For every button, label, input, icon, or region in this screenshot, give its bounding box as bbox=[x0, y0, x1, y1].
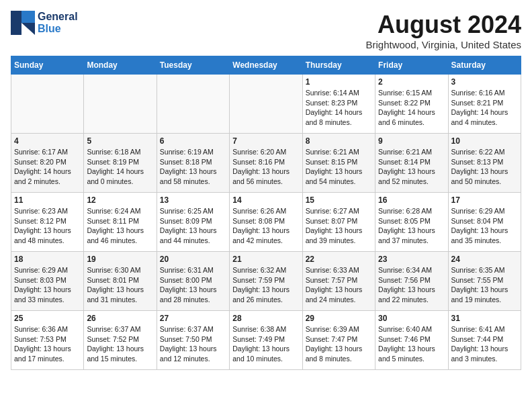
day-number: 3 bbox=[451, 77, 518, 87]
day-content: Sunrise: 6:40 AM Sunset: 7:46 PM Dayligh… bbox=[378, 324, 445, 364]
day-number: 18 bbox=[14, 255, 81, 264]
day-content: Sunrise: 6:26 AM Sunset: 8:08 PM Dayligh… bbox=[232, 206, 299, 246]
logo-icon bbox=[11, 11, 35, 35]
day-number: 22 bbox=[306, 255, 372, 264]
day-number: 28 bbox=[232, 314, 299, 323]
table-row: 6Sunrise: 6:19 AM Sunset: 8:18 PM Daylig… bbox=[157, 134, 229, 193]
day-content: Sunrise: 6:34 AM Sunset: 7:56 PM Dayligh… bbox=[378, 265, 445, 305]
header-sunday: Sunday bbox=[11, 56, 84, 75]
table-row: 3Sunrise: 6:16 AM Sunset: 8:21 PM Daylig… bbox=[448, 75, 521, 134]
page-title: August 2024 bbox=[365, 11, 521, 39]
table-row: 24Sunrise: 6:35 AM Sunset: 7:55 PM Dayli… bbox=[448, 252, 521, 311]
table-row: 27Sunrise: 6:37 AM Sunset: 7:50 PM Dayli… bbox=[157, 311, 229, 370]
day-content: Sunrise: 6:29 AM Sunset: 8:04 PM Dayligh… bbox=[451, 206, 518, 246]
day-content: Sunrise: 6:35 AM Sunset: 7:55 PM Dayligh… bbox=[451, 265, 518, 305]
table-row: 25Sunrise: 6:36 AM Sunset: 7:53 PM Dayli… bbox=[11, 311, 84, 370]
day-content: Sunrise: 6:27 AM Sunset: 8:07 PM Dayligh… bbox=[306, 206, 372, 246]
page-subtitle: Brightwood, Virginia, United States bbox=[365, 39, 521, 50]
table-row: 18Sunrise: 6:29 AM Sunset: 8:03 PM Dayli… bbox=[11, 252, 84, 311]
header-wednesday: Wednesday bbox=[230, 56, 302, 75]
day-content: Sunrise: 6:23 AM Sunset: 8:12 PM Dayligh… bbox=[14, 206, 81, 246]
day-number: 17 bbox=[451, 195, 518, 205]
table-row: 22Sunrise: 6:33 AM Sunset: 7:57 PM Dayli… bbox=[302, 252, 375, 311]
day-number: 21 bbox=[232, 255, 299, 264]
table-row: 11Sunrise: 6:23 AM Sunset: 8:12 PM Dayli… bbox=[11, 193, 84, 252]
day-number: 1 bbox=[306, 77, 372, 87]
calendar-week-row: 18Sunrise: 6:29 AM Sunset: 8:03 PM Dayli… bbox=[11, 252, 521, 311]
table-row: 10Sunrise: 6:22 AM Sunset: 8:13 PM Dayli… bbox=[448, 134, 521, 193]
day-number: 29 bbox=[306, 314, 372, 323]
day-number: 26 bbox=[87, 314, 153, 323]
day-content: Sunrise: 6:30 AM Sunset: 8:01 PM Dayligh… bbox=[87, 265, 153, 305]
table-row: 23Sunrise: 6:34 AM Sunset: 7:56 PM Dayli… bbox=[375, 252, 448, 311]
day-content: Sunrise: 6:22 AM Sunset: 8:13 PM Dayligh… bbox=[451, 147, 518, 187]
table-row: 8Sunrise: 6:21 AM Sunset: 8:15 PM Daylig… bbox=[302, 134, 375, 193]
table-row: 29Sunrise: 6:39 AM Sunset: 7:47 PM Dayli… bbox=[302, 311, 375, 370]
logo: General Blue bbox=[11, 11, 78, 35]
table-row: 30Sunrise: 6:40 AM Sunset: 7:46 PM Dayli… bbox=[375, 311, 448, 370]
table-row: 28Sunrise: 6:38 AM Sunset: 7:49 PM Dayli… bbox=[230, 311, 302, 370]
header-monday: Monday bbox=[84, 56, 157, 75]
day-number: 15 bbox=[306, 195, 372, 205]
day-content: Sunrise: 6:14 AM Sunset: 8:23 PM Dayligh… bbox=[306, 88, 372, 128]
day-number: 13 bbox=[160, 195, 226, 205]
table-row: 31Sunrise: 6:41 AM Sunset: 7:44 PM Dayli… bbox=[448, 311, 521, 370]
table-row bbox=[230, 75, 302, 134]
header: General Blue August 2024 Brightwood, Vir… bbox=[11, 11, 521, 50]
day-content: Sunrise: 6:24 AM Sunset: 8:11 PM Dayligh… bbox=[87, 206, 153, 246]
day-content: Sunrise: 6:16 AM Sunset: 8:21 PM Dayligh… bbox=[451, 88, 518, 128]
day-content: Sunrise: 6:25 AM Sunset: 8:09 PM Dayligh… bbox=[160, 206, 226, 246]
day-content: Sunrise: 6:32 AM Sunset: 7:59 PM Dayligh… bbox=[232, 265, 299, 305]
svg-marker-2 bbox=[21, 23, 35, 35]
table-row: 7Sunrise: 6:20 AM Sunset: 8:16 PM Daylig… bbox=[230, 134, 302, 193]
day-content: Sunrise: 6:38 AM Sunset: 7:49 PM Dayligh… bbox=[232, 324, 299, 364]
table-row bbox=[84, 75, 157, 134]
day-content: Sunrise: 6:21 AM Sunset: 8:15 PM Dayligh… bbox=[306, 147, 372, 187]
table-row: 4Sunrise: 6:17 AM Sunset: 8:20 PM Daylig… bbox=[11, 134, 84, 193]
day-number: 24 bbox=[451, 255, 518, 264]
table-row bbox=[157, 75, 229, 134]
day-number: 4 bbox=[14, 136, 81, 146]
title-block: August 2024 Brightwood, Virginia, United… bbox=[365, 11, 521, 50]
calendar-header-row: Sunday Monday Tuesday Wednesday Thursday… bbox=[11, 56, 521, 75]
day-content: Sunrise: 6:39 AM Sunset: 7:47 PM Dayligh… bbox=[306, 324, 372, 364]
day-content: Sunrise: 6:20 AM Sunset: 8:16 PM Dayligh… bbox=[232, 147, 299, 187]
calendar-week-row: 1Sunrise: 6:14 AM Sunset: 8:23 PM Daylig… bbox=[11, 75, 521, 134]
table-row: 26Sunrise: 6:37 AM Sunset: 7:52 PM Dayli… bbox=[84, 311, 157, 370]
day-number: 11 bbox=[14, 195, 81, 205]
day-number: 31 bbox=[451, 314, 518, 323]
day-content: Sunrise: 6:21 AM Sunset: 8:14 PM Dayligh… bbox=[378, 147, 445, 187]
table-row: 16Sunrise: 6:28 AM Sunset: 8:05 PM Dayli… bbox=[375, 193, 448, 252]
table-row: 5Sunrise: 6:18 AM Sunset: 8:19 PM Daylig… bbox=[84, 134, 157, 193]
table-row: 15Sunrise: 6:27 AM Sunset: 8:07 PM Dayli… bbox=[302, 193, 375, 252]
svg-rect-1 bbox=[21, 11, 35, 23]
day-content: Sunrise: 6:28 AM Sunset: 8:05 PM Dayligh… bbox=[378, 206, 445, 246]
table-row: 21Sunrise: 6:32 AM Sunset: 7:59 PM Dayli… bbox=[230, 252, 302, 311]
day-content: Sunrise: 6:19 AM Sunset: 8:18 PM Dayligh… bbox=[160, 147, 226, 187]
header-friday: Friday bbox=[375, 56, 448, 75]
day-number: 30 bbox=[378, 314, 445, 323]
day-content: Sunrise: 6:33 AM Sunset: 7:57 PM Dayligh… bbox=[306, 265, 372, 305]
day-content: Sunrise: 6:31 AM Sunset: 8:00 PM Dayligh… bbox=[160, 265, 226, 305]
day-number: 19 bbox=[87, 255, 153, 264]
day-content: Sunrise: 6:18 AM Sunset: 8:19 PM Dayligh… bbox=[87, 147, 153, 187]
day-number: 20 bbox=[160, 255, 226, 264]
table-row: 2Sunrise: 6:15 AM Sunset: 8:22 PM Daylig… bbox=[375, 75, 448, 134]
table-row: 13Sunrise: 6:25 AM Sunset: 8:09 PM Dayli… bbox=[157, 193, 229, 252]
day-content: Sunrise: 6:29 AM Sunset: 8:03 PM Dayligh… bbox=[14, 265, 81, 305]
day-number: 23 bbox=[378, 255, 445, 264]
calendar-week-row: 25Sunrise: 6:36 AM Sunset: 7:53 PM Dayli… bbox=[11, 311, 521, 370]
header-thursday: Thursday bbox=[302, 56, 375, 75]
table-row: 20Sunrise: 6:31 AM Sunset: 8:00 PM Dayli… bbox=[157, 252, 229, 311]
header-saturday: Saturday bbox=[448, 56, 521, 75]
table-row: 14Sunrise: 6:26 AM Sunset: 8:08 PM Dayli… bbox=[230, 193, 302, 252]
day-content: Sunrise: 6:37 AM Sunset: 7:50 PM Dayligh… bbox=[160, 324, 226, 364]
table-row: 1Sunrise: 6:14 AM Sunset: 8:23 PM Daylig… bbox=[302, 75, 375, 134]
table-row bbox=[11, 75, 84, 134]
day-number: 2 bbox=[378, 77, 445, 87]
day-number: 7 bbox=[232, 136, 299, 146]
calendar-week-row: 11Sunrise: 6:23 AM Sunset: 8:12 PM Dayli… bbox=[11, 193, 521, 252]
day-number: 10 bbox=[451, 136, 518, 146]
day-number: 5 bbox=[87, 136, 153, 146]
day-number: 9 bbox=[378, 136, 445, 146]
